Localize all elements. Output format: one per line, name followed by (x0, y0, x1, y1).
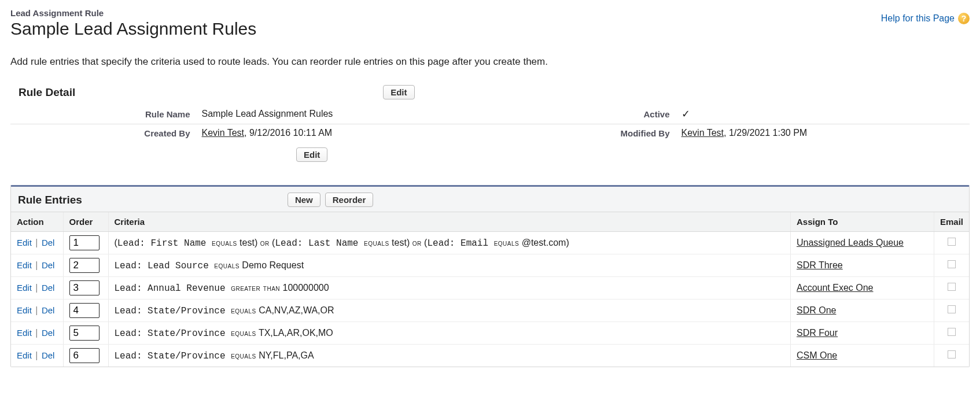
email-checkbox[interactable] (948, 328, 956, 336)
criteria-cell: Lead: State/Province equals NY,FL,PA,GA (108, 345, 790, 367)
criteria-cell: Lead: State/Province equals TX,LA,AR,OK,… (108, 322, 790, 345)
modified-by-timestamp: , 1/29/2021 1:30 PM (724, 128, 807, 138)
action-separator: | (32, 350, 42, 360)
edit-button[interactable]: Edit (383, 85, 414, 99)
email-checkbox[interactable] (948, 350, 956, 358)
table-row: Edit | DelLead: State/Province equals NY… (11, 345, 969, 367)
table-row: Edit | Del(Lead: First Name equals test)… (11, 232, 969, 254)
rule-entries-table: Action Order Criteria Assign To Email Ed… (11, 212, 969, 367)
created-by-label: Created By (10, 124, 196, 142)
action-separator: | (32, 328, 42, 338)
email-checkbox[interactable] (948, 305, 956, 313)
intro-text: Add rule entries that specify the criter… (10, 56, 970, 68)
email-checkbox[interactable] (948, 283, 956, 291)
order-input[interactable] (69, 303, 100, 318)
rule-detail-heading: Rule Detail (19, 86, 75, 99)
order-input[interactable] (69, 235, 100, 250)
modified-by-user-link[interactable]: Kevin Test (681, 128, 724, 138)
rule-name-label: Rule Name (10, 104, 196, 124)
table-row: Edit | DelLead: State/Province equals CA… (11, 300, 969, 322)
delete-link[interactable]: Del (42, 260, 55, 270)
delete-link[interactable]: Del (42, 238, 55, 247)
rule-entries-panel: Rule Entries New Reorder Action Order Cr… (10, 185, 970, 367)
help-link-container: Help for this Page ? (881, 13, 970, 24)
col-email: Email (934, 212, 969, 232)
reorder-button[interactable]: Reorder (325, 193, 374, 207)
col-action: Action (11, 212, 63, 232)
edit-link[interactable]: Edit (17, 350, 32, 360)
delete-link[interactable]: Del (42, 328, 55, 338)
rule-entries-heading: Rule Entries (18, 194, 82, 206)
edit-link[interactable]: Edit (17, 283, 32, 293)
created-by-user-link[interactable]: Kevin Test (202, 128, 245, 138)
help-icon[interactable]: ? (958, 13, 970, 24)
table-row: Edit | DelLead: Lead Source equals Demo … (11, 254, 969, 277)
order-input[interactable] (69, 280, 100, 295)
table-row: Edit | DelLead: Annual Revenue greater t… (11, 277, 969, 300)
action-separator: | (32, 238, 42, 247)
delete-link[interactable]: Del (42, 350, 55, 360)
order-input[interactable] (69, 348, 100, 363)
col-order: Order (63, 212, 108, 232)
page-title: Sample Lead Assignment Rules (10, 19, 256, 39)
assign-to-link[interactable]: CSM One (797, 350, 837, 360)
email-checkbox[interactable] (948, 238, 956, 246)
edit-link[interactable]: Edit (17, 260, 32, 270)
col-assign-to: Assign To (790, 212, 934, 232)
edit-button-bottom[interactable]: Edit (296, 147, 327, 162)
assign-to-link[interactable]: SDR Three (797, 260, 843, 270)
page-eyebrow: Lead Assignment Rule (10, 8, 256, 18)
edit-link[interactable]: Edit (17, 328, 32, 338)
assign-to-link[interactable]: SDR Four (797, 328, 838, 338)
rule-detail-table: Rule Name Sample Lead Assignment Rules A… (10, 104, 970, 142)
assign-to-link[interactable]: Account Exec One (797, 283, 874, 293)
order-input[interactable] (69, 326, 100, 341)
criteria-cell: (Lead: First Name equals test) or (Lead:… (108, 232, 790, 254)
criteria-cell: Lead: Lead Source equals Demo Request (108, 254, 790, 277)
modified-by-label: Modified By (490, 124, 676, 142)
edit-link[interactable]: Edit (17, 305, 32, 315)
action-separator: | (32, 260, 42, 270)
help-for-page-link[interactable]: Help for this Page (881, 13, 955, 24)
active-label: Active (490, 104, 676, 124)
delete-link[interactable]: Del (42, 283, 55, 293)
new-button[interactable]: New (288, 193, 320, 207)
rule-name-value: Sample Lead Assignment Rules (196, 104, 490, 124)
assign-to-link[interactable]: SDR One (797, 305, 836, 315)
table-row: Edit | DelLead: State/Province equals TX… (11, 322, 969, 345)
criteria-cell: Lead: Annual Revenue greater than 100000… (108, 277, 790, 300)
col-criteria: Criteria (108, 212, 790, 232)
email-checkbox[interactable] (948, 260, 956, 268)
action-separator: | (32, 305, 42, 315)
assign-to-link[interactable]: Unassigned Leads Queue (797, 238, 904, 247)
created-by-timestamp: , 9/12/2016 10:11 AM (244, 128, 332, 138)
active-check-icon: ✓ (681, 108, 690, 120)
action-separator: | (32, 283, 42, 293)
order-input[interactable] (69, 258, 100, 273)
criteria-cell: Lead: State/Province equals CA,NV,AZ,WA,… (108, 300, 790, 322)
edit-link[interactable]: Edit (17, 238, 32, 247)
delete-link[interactable]: Del (42, 305, 55, 315)
